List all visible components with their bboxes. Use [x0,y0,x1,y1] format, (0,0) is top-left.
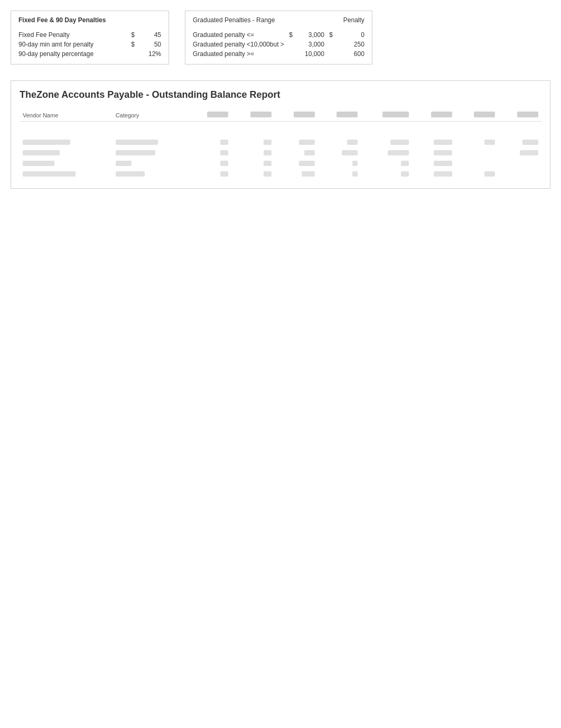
cell-category [113,169,189,180]
fixed-fee-currency-1: $ [124,31,135,39]
graduated-range-3: 10,000 [293,50,324,58]
col-h9 [455,109,499,122]
cell-num3 [275,169,318,180]
fixed-fee-label-2: 90-day min amt for penalty [18,41,124,48]
col-h8 [412,109,455,122]
cell-num4 [318,159,361,169]
graduated-penalty-2: 250 [333,41,364,48]
cell-num2 [231,159,275,169]
fixed-fee-panel: Fixed Fee & 90 Day Penalties Fixed Fee P… [11,11,169,64]
graduated-header-penalty: Penalty [322,16,364,24]
cell-num4 [318,137,361,148]
graduated-range-2: 3,000 [293,41,324,48]
cell-num6 [412,137,455,148]
cell-num2 [231,169,275,180]
cell-num1 [189,169,232,180]
col-h3 [189,109,232,122]
col-vendor-name: Vendor Name [20,109,113,122]
graduated-row-2: Graduated penalty <10,000but > 3,000 250 [193,40,364,49]
graduated-penalties-panel: Graduated Penalties - Range Penalty Grad… [185,11,372,64]
cell-vendor [20,137,113,148]
cell-category [113,148,189,159]
report-section: TheZone Accounts Payable - Outstanding B… [11,80,550,189]
fixed-fee-value-1: 45 [135,31,161,39]
fixed-fee-value-3: 12% [135,50,161,58]
table-row [20,137,541,148]
table-row [20,169,541,180]
cell-num4 [318,169,361,180]
table-row [20,148,541,159]
cell-num5 [361,169,412,180]
cell-num8 [498,137,541,148]
graduated-range-1: 3,000 [293,31,324,39]
cell-num7 [455,159,499,169]
fixed-fee-currency-2: $ [124,41,135,48]
cell-num1 [189,148,232,159]
graduated-currency-1: $ [284,31,293,39]
cell-num8 [498,148,541,159]
cell-num7 [455,169,499,180]
cell-category [113,159,189,169]
cell-num1 [189,137,232,148]
cell-num2 [231,148,275,159]
col-h5 [275,109,318,122]
cell-num3 [275,148,318,159]
cell-num3 [275,137,318,148]
graduated-currency2-1: $ [324,31,333,39]
fixed-fee-value-2: 50 [135,41,161,48]
cell-num5 [361,148,412,159]
cell-vendor [20,148,113,159]
cell-num6 [412,148,455,159]
graduated-label-2: Graduated penalty <10,000but > [193,41,284,48]
cell-num8 [498,159,541,169]
graduated-label-3: Graduated penalty >= [193,50,284,58]
col-h6 [318,109,361,122]
spacer-row [20,122,541,137]
cell-num5 [361,137,412,148]
cell-vendor [20,169,113,180]
cell-num3 [275,159,318,169]
fixed-fee-row-3: 90-day penalty percentage 12% [18,49,161,59]
graduated-header: Graduated Penalties - Range Penalty [193,16,364,26]
cell-num1 [189,159,232,169]
col-h4 [231,109,275,122]
graduated-penalty-1: 0 [333,31,364,39]
table-row [20,159,541,169]
cell-num7 [455,137,499,148]
fixed-fee-row-2: 90-day min amt for penalty $ 50 [18,40,161,49]
graduated-header-label: Graduated Penalties - Range [193,16,322,24]
fixed-fee-label-3: 90-day penalty percentage [18,50,124,58]
fixed-fee-row-1: Fixed Fee Penalty $ 45 [18,30,161,40]
cell-num6 [412,159,455,169]
graduated-label-1: Graduated penalty <= [193,31,284,39]
cell-num8 [498,169,541,180]
cell-num4 [318,148,361,159]
report-header-row: Vendor Name Category [20,109,541,122]
fixed-fee-label-1: Fixed Fee Penalty [18,31,124,39]
report-title: TheZone Accounts Payable - Outstanding B… [20,89,541,100]
cell-vendor [20,159,113,169]
cell-num2 [231,137,275,148]
cell-num7 [455,148,499,159]
col-h10 [498,109,541,122]
fixed-fee-title: Fixed Fee & 90 Day Penalties [18,16,161,26]
cell-num6 [412,169,455,180]
graduated-row-3: Graduated penalty >= 10,000 600 [193,49,364,59]
graduated-row-1: Graduated penalty <= $ 3,000 $ 0 [193,30,364,40]
report-table: Vendor Name Category [20,109,541,180]
col-category: Category [113,109,189,122]
cell-num5 [361,159,412,169]
cell-category [113,137,189,148]
graduated-penalty-3: 600 [333,50,364,58]
col-h7 [361,109,412,122]
